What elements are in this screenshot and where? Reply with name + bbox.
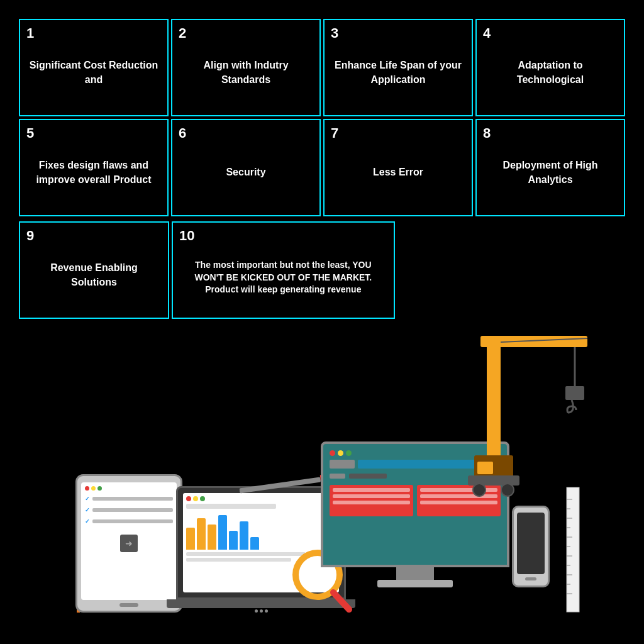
- card-8-text: Deployment of High Analytics: [486, 158, 615, 187]
- row-3: 9 Revenue Enabling Solutions 10 The most…: [19, 221, 625, 319]
- svg-rect-13: [567, 487, 579, 612]
- card-7-text: Less Error: [373, 165, 423, 179]
- card-3-number: 3: [331, 25, 338, 42]
- row-1: 1 Significant Cost Reduction and 2 Align…: [19, 19, 625, 116]
- tablet-screen: ✓ ✓ ✓ ➜: [81, 482, 177, 600]
- card-1-number: 1: [26, 25, 34, 42]
- card-1: 1 Significant Cost Reduction and: [19, 19, 169, 116]
- card-7: 7 Less Error: [323, 119, 473, 216]
- card-6-number: 6: [179, 125, 186, 142]
- phone-device: [512, 506, 550, 587]
- card-10-text: The most important but not the least, YO…: [186, 259, 381, 296]
- monitor-card-left: [330, 485, 413, 516]
- card-7-number: 7: [331, 125, 338, 142]
- card-2-text: Align with Indutry Standards: [181, 58, 311, 87]
- card-5-number: 5: [26, 125, 34, 142]
- card-8: 8 Deployment of High Analytics: [475, 119, 625, 216]
- card-4: 4 Adaptation to Technological: [475, 19, 625, 116]
- svg-line-12: [333, 592, 349, 609]
- monitor-stand: [396, 567, 434, 580]
- card-1-text: Significant Cost Reduction and: [29, 58, 158, 87]
- card-10-number: 10: [179, 228, 194, 244]
- svg-rect-26: [487, 336, 501, 462]
- card-3-text: Enhance Life Span of your Application: [333, 58, 463, 87]
- illustration-section: ✓ ✓ ✓ ➜: [19, 324, 625, 625]
- card-5-text: Fixes design flaws and improve overall P…: [29, 158, 158, 187]
- card-8-number: 8: [483, 125, 491, 142]
- cards-grid: 1 Significant Cost Reduction and 2 Align…: [19, 19, 625, 319]
- svg-point-34: [501, 484, 514, 496]
- card-9-number: 9: [26, 228, 34, 244]
- crane-icon: [455, 330, 594, 506]
- svg-point-33: [473, 484, 486, 496]
- card-2: 2 Align with Indutry Standards: [171, 19, 321, 116]
- row-2: 5 Fixes design flaws and improve overall…: [19, 119, 625, 216]
- tablet-button: [119, 603, 138, 607]
- card-9-text: Revenue Enabling Solutions: [29, 261, 159, 289]
- main-container: 1 Significant Cost Reduction and 2 Align…: [0, 0, 644, 644]
- svg-rect-28: [477, 462, 493, 474]
- monitor-base: [377, 580, 453, 587]
- card-3: 3 Enhance Life Span of your Application: [323, 19, 473, 116]
- card-2-number: 2: [179, 25, 186, 42]
- tablet-device: ✓ ✓ ✓ ➜: [75, 474, 182, 613]
- ruler-icon: [566, 487, 580, 613]
- phone-screen: [517, 513, 545, 574]
- card-5: 5 Fixes design flaws and improve overall…: [19, 119, 169, 216]
- svg-rect-30: [565, 386, 584, 400]
- card-10: 10 The most important but not the least,…: [172, 221, 395, 319]
- card-6: 6 Security: [171, 119, 321, 216]
- card-9: 9 Revenue Enabling Solutions: [19, 221, 169, 319]
- card-6-text: Security: [226, 165, 265, 179]
- card-4-text: Adaptation to Technological: [486, 58, 615, 87]
- phone-button: [525, 577, 536, 580]
- card-4-number: 4: [483, 25, 491, 42]
